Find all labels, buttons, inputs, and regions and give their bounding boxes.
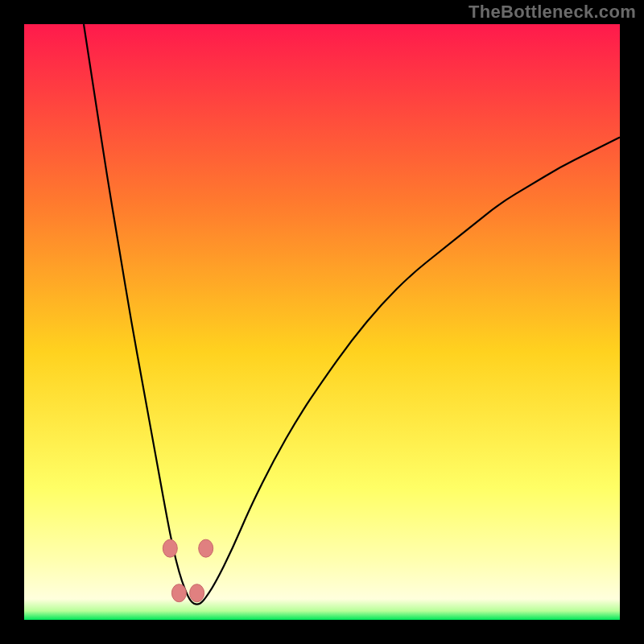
gradient-background <box>24 24 620 620</box>
chart-svg <box>24 24 620 620</box>
chart-container: TheBottleneck.com <box>0 0 644 644</box>
plot-area <box>24 24 620 620</box>
watermark-label: TheBottleneck.com <box>469 2 636 23</box>
valley-marker-0 <box>163 539 177 557</box>
valley-marker-2 <box>171 584 186 602</box>
valley-marker-1 <box>199 539 213 557</box>
valley-marker-3 <box>190 584 204 602</box>
